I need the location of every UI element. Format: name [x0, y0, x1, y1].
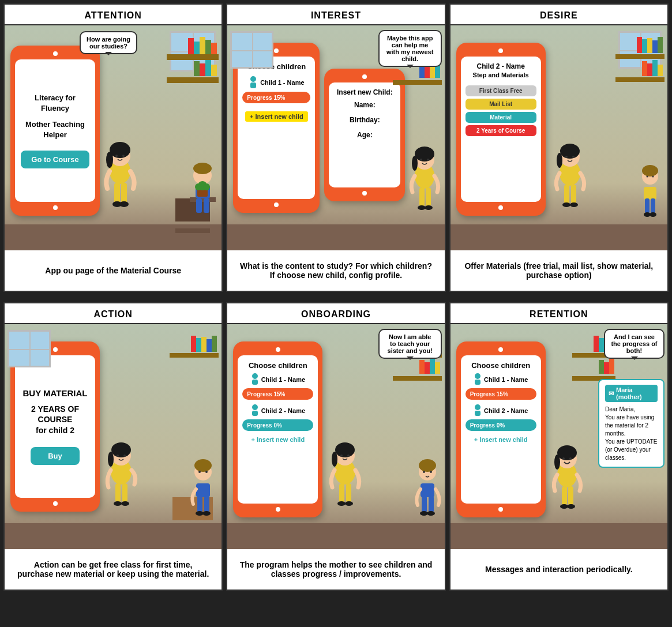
person-icon-ret2 [474, 404, 482, 417]
onboarding-cell: ONBOARDING Now I am a [226, 302, 445, 591]
svg-rect-80 [339, 483, 344, 502]
attention-tablet-screen: Literacy for Fluency Mother Teaching Hel… [15, 59, 95, 202]
svg-point-79 [347, 455, 350, 457]
svg-rect-90 [429, 496, 434, 512]
mother-character-interest [407, 142, 442, 226]
attention-tablet-title1: Literacy for Fluency [35, 93, 76, 114]
svg-point-55 [117, 455, 119, 457]
onboarding-description: The program helps the mother to see chil… [227, 549, 444, 590]
retention-progress2: Progress 0% [470, 422, 505, 429]
svg-point-68 [196, 511, 204, 516]
svg-point-40 [562, 202, 570, 207]
mother-character-attention [102, 140, 139, 226]
svg-point-2 [110, 142, 130, 158]
svg-rect-94 [475, 380, 480, 385]
svg-rect-96 [475, 411, 480, 416]
person-icon-ob2 [251, 404, 259, 417]
buy-button[interactable]: Buy [31, 447, 80, 465]
retention-scene: And I can see the progress of both! Choo… [450, 324, 667, 549]
svg-rect-57 [115, 483, 121, 502]
svg-rect-29 [426, 187, 431, 207]
interest-progress1: Progress 15% [247, 95, 285, 101]
svg-point-3 [106, 152, 113, 168]
svg-point-77 [332, 452, 337, 467]
svg-point-26 [420, 159, 422, 161]
svg-point-30 [418, 205, 426, 210]
form-name-label: Name: [354, 101, 376, 109]
attention-cell: ATTENTION [3, 3, 223, 292]
onboarding-progress1: Progress 15% [247, 391, 285, 397]
form-title: Insert new Child: [337, 88, 393, 96]
go-to-course-button[interactable]: Go to Course [21, 151, 89, 168]
action-scene: BUY MATERIAL 2 YEARS OF COURSE for child… [5, 324, 222, 549]
retention-insert[interactable]: + Insert new child [474, 436, 528, 443]
svg-point-41 [570, 202, 578, 207]
onboarding-speech-bubble: Now I am able to teach your sister and y… [378, 329, 442, 359]
svg-point-99 [557, 445, 577, 460]
child-character-onboarding [413, 456, 443, 525]
onboarding-choose-children: Choose children [249, 361, 307, 370]
material-btn-desire[interactable]: Material [465, 112, 536, 123]
svg-point-70 [252, 373, 258, 379]
interest-cell: INTEREST [226, 3, 445, 292]
svg-point-83 [345, 501, 353, 506]
svg-rect-21 [250, 82, 256, 88]
mother-character-retention [550, 441, 584, 525]
onboarding-header: ONBOARDING [227, 303, 444, 324]
svg-rect-14 [196, 198, 202, 213]
action-buy-material: BUY MATERIAL [23, 388, 88, 398]
svg-point-45 [647, 176, 648, 178]
retention-child2: Child 2 - Name [484, 407, 528, 414]
desire-tablet: Child 2 - Name Step and Materials First … [456, 43, 546, 216]
svg-rect-66 [197, 496, 202, 512]
interest-form-screen: Insert new Child: Name: Birthday: Age: [329, 82, 400, 187]
desire-header: DESIRE [450, 5, 667, 25]
desire-tablet-screen: Child 2 - Name Step and Materials First … [461, 57, 541, 202]
svg-rect-28 [419, 187, 425, 207]
retention-tablet-screen: Choose children Child 1 - Name Progress … [461, 355, 541, 504]
svg-point-54 [108, 452, 114, 467]
svg-point-13 [193, 163, 212, 174]
svg-point-86 [419, 459, 436, 472]
retention-progress1: Progress 15% [470, 391, 508, 397]
svg-point-4 [115, 155, 118, 157]
svg-rect-71 [252, 380, 258, 385]
action-header: ACTION [5, 303, 222, 324]
svg-point-91 [420, 511, 428, 516]
svg-point-95 [475, 404, 480, 410]
retention-speech-bubble: And I can see the progress of both! [604, 329, 665, 359]
svg-rect-84 [421, 483, 434, 497]
attention-tablet: Literacy for Fluency Mother Teaching Hel… [10, 46, 100, 216]
svg-rect-61 [196, 483, 210, 497]
svg-point-87 [423, 471, 425, 473]
svg-point-37 [572, 156, 575, 158]
two-years-course-btn[interactable]: 2 Years of Course [465, 125, 536, 136]
onboarding-tablet: Choose children Child 1 - Name Progress … [233, 341, 322, 517]
svg-point-25 [412, 156, 418, 171]
svg-point-101 [562, 457, 565, 460]
svg-point-72 [252, 404, 258, 410]
svg-rect-73 [252, 411, 258, 416]
svg-rect-6 [114, 183, 120, 203]
mother-character-desire [551, 140, 589, 226]
retention-header: RETENTION [450, 303, 667, 324]
svg-rect-39 [571, 185, 576, 204]
mother-character-action [103, 438, 140, 525]
svg-point-44 [642, 165, 658, 177]
svg-point-64 [198, 471, 201, 473]
svg-point-35 [557, 153, 562, 168]
interest-child1-name: Child 1 - Name [260, 79, 304, 86]
first-class-free-btn[interactable]: First Class Free [465, 85, 536, 96]
mail-icon: ✉ [609, 390, 614, 397]
svg-point-59 [114, 501, 122, 506]
svg-point-100 [554, 455, 560, 470]
svg-rect-47 [645, 198, 650, 213]
svg-rect-67 [204, 496, 209, 512]
mail-list-btn[interactable]: Mail List [465, 99, 536, 110]
onboarding-insert[interactable]: + Insert new child [251, 436, 305, 443]
insert-new-child-btn[interactable]: + Insert new child [245, 111, 308, 122]
onboarding-tablet-screen: Choose children Child 1 - Name Progress … [238, 355, 318, 504]
section-divider [3, 295, 669, 299]
svg-point-82 [337, 501, 346, 506]
retention-choose-children: Choose children [471, 361, 530, 370]
